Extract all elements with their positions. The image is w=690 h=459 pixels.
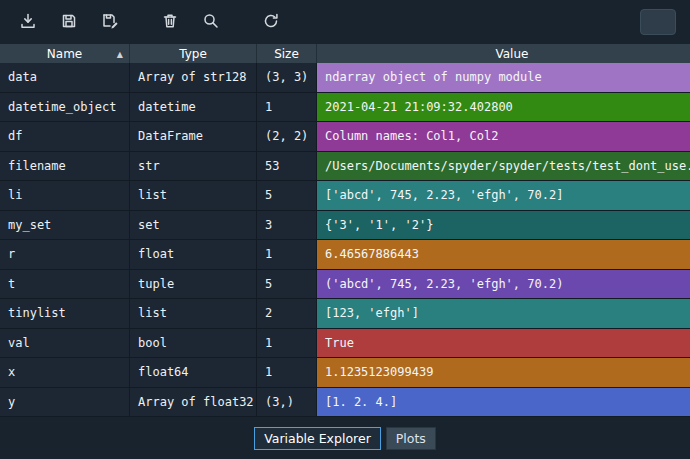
cell-value[interactable]: [123, 'efgh']	[317, 299, 690, 328]
cell-value[interactable]: /Users/Documents/spyder/spyder/tests/tes…	[317, 152, 690, 181]
variable-explorer-panel: Name ▲ Type Size Value data Array of str…	[0, 0, 690, 459]
cell-value[interactable]: ndarray object of numpy module	[317, 63, 690, 92]
table-row[interactable]: t tuple 5 ('abcd', 745, 2.23, 'efgh', 70…	[0, 270, 690, 300]
column-header-name[interactable]: Name ▲	[0, 44, 130, 63]
table-row[interactable]: datetime_object datetime 1 2021-04-21 21…	[0, 93, 690, 123]
cell-value[interactable]: ('abcd', 745, 2.23, 'efgh', 70.2)	[317, 270, 690, 299]
table-row[interactable]: y Array of float32 (3,) [1. 2. 4.]	[0, 388, 690, 418]
cell-size[interactable]: 5	[257, 270, 317, 299]
options-menu-icon	[650, 13, 666, 32]
table-row[interactable]: filename str 53 /Users/Documents/spyder/…	[0, 152, 690, 182]
cell-name[interactable]: x	[0, 358, 130, 387]
save-data-as-icon	[101, 12, 119, 33]
cell-type[interactable]: list	[130, 181, 257, 210]
cell-size[interactable]: 1	[257, 93, 317, 122]
cell-name[interactable]: data	[0, 63, 130, 92]
cell-size[interactable]: 2	[257, 299, 317, 328]
cell-name[interactable]: tinylist	[0, 299, 130, 328]
cell-size[interactable]: (3,)	[257, 388, 317, 417]
variables-table: Name ▲ Type Size Value data Array of str…	[0, 44, 690, 417]
toolbar	[0, 0, 690, 44]
table-row[interactable]: li list 5 ['abcd', 745, 2.23, 'efgh', 70…	[0, 181, 690, 211]
cell-name[interactable]: t	[0, 270, 130, 299]
tab-variable-explorer[interactable]: Variable Explorer	[254, 427, 381, 450]
sort-ascending-icon: ▲	[117, 49, 123, 58]
column-header-type-label: Type	[179, 47, 207, 61]
cell-size[interactable]: 53	[257, 152, 317, 181]
column-header-size-label: Size	[274, 47, 299, 61]
cell-type[interactable]: float	[130, 240, 257, 269]
cell-value[interactable]: 2021-04-21 21:09:32.402800	[317, 93, 690, 122]
variables-table-wrap: Name ▲ Type Size Value data Array of str…	[0, 44, 690, 417]
cell-type[interactable]: float64	[130, 358, 257, 387]
cell-value[interactable]: ['abcd', 745, 2.23, 'efgh', 70.2]	[317, 181, 690, 210]
refresh-button[interactable]	[257, 8, 285, 36]
cell-name[interactable]: y	[0, 388, 130, 417]
cell-type[interactable]: Array of float32	[130, 388, 257, 417]
bottom-tab-bar: Variable Explorer Plots	[0, 417, 690, 459]
remove-variables-button[interactable]	[156, 8, 184, 36]
cell-type[interactable]: datetime	[130, 93, 257, 122]
cell-value[interactable]: 6.46567886443	[317, 240, 690, 269]
search-button[interactable]	[197, 8, 225, 36]
options-menu-button[interactable]	[640, 9, 676, 35]
table-row[interactable]: r float 1 6.46567886443	[0, 240, 690, 270]
cell-size[interactable]: (2, 2)	[257, 122, 317, 151]
import-data-button[interactable]	[14, 8, 42, 36]
tab-plots[interactable]: Plots	[386, 427, 436, 450]
cell-value[interactable]: Column names: Col1, Col2	[317, 122, 690, 151]
cell-type[interactable]: set	[130, 211, 257, 240]
cell-type[interactable]: list	[130, 299, 257, 328]
column-header-name-label: Name	[47, 47, 82, 61]
cell-size[interactable]: 1	[257, 329, 317, 358]
cell-name[interactable]: val	[0, 329, 130, 358]
cell-size[interactable]: (3, 3)	[257, 63, 317, 92]
table-row[interactable]: data Array of str128 (3, 3) ndarray obje…	[0, 63, 690, 93]
refresh-icon	[262, 12, 280, 33]
table-header-row: Name ▲ Type Size Value	[0, 44, 690, 63]
save-data-button[interactable]	[55, 8, 83, 36]
save-data-icon	[60, 12, 78, 33]
cell-type[interactable]: Array of str128	[130, 63, 257, 92]
column-header-type[interactable]: Type	[130, 44, 257, 63]
cell-type[interactable]: bool	[130, 329, 257, 358]
remove-variables-icon	[161, 12, 179, 33]
column-header-size[interactable]: Size	[257, 44, 317, 63]
table-row[interactable]: x float64 1 1.1235123099439	[0, 358, 690, 388]
column-header-value-label: Value	[495, 47, 528, 61]
cell-size[interactable]: 1	[257, 240, 317, 269]
search-icon	[202, 12, 220, 33]
cell-size[interactable]: 3	[257, 211, 317, 240]
cell-value[interactable]: {'3', '1', '2'}	[317, 211, 690, 240]
cell-name[interactable]: datetime_object	[0, 93, 130, 122]
cell-size[interactable]: 5	[257, 181, 317, 210]
table-row[interactable]: val bool 1 True	[0, 329, 690, 359]
table-row[interactable]: my_set set 3 {'3', '1', '2'}	[0, 211, 690, 241]
table-row[interactable]: tinylist list 2 [123, 'efgh']	[0, 299, 690, 329]
cell-name[interactable]: r	[0, 240, 130, 269]
column-header-value[interactable]: Value	[317, 44, 690, 63]
cell-name[interactable]: li	[0, 181, 130, 210]
cell-name[interactable]: filename	[0, 152, 130, 181]
cell-type[interactable]: tuple	[130, 270, 257, 299]
table-row[interactable]: df DataFrame (2, 2) Column names: Col1, …	[0, 122, 690, 152]
cell-value[interactable]: [1. 2. 4.]	[317, 388, 690, 417]
cell-value[interactable]: True	[317, 329, 690, 358]
cell-value[interactable]: 1.1235123099439	[317, 358, 690, 387]
cell-name[interactable]: my_set	[0, 211, 130, 240]
cell-name[interactable]: df	[0, 122, 130, 151]
import-data-icon	[19, 12, 37, 33]
cell-type[interactable]: DataFrame	[130, 122, 257, 151]
save-data-as-button[interactable]	[96, 8, 124, 36]
cell-type[interactable]: str	[130, 152, 257, 181]
cell-size[interactable]: 1	[257, 358, 317, 387]
table-body: data Array of str128 (3, 3) ndarray obje…	[0, 63, 690, 417]
